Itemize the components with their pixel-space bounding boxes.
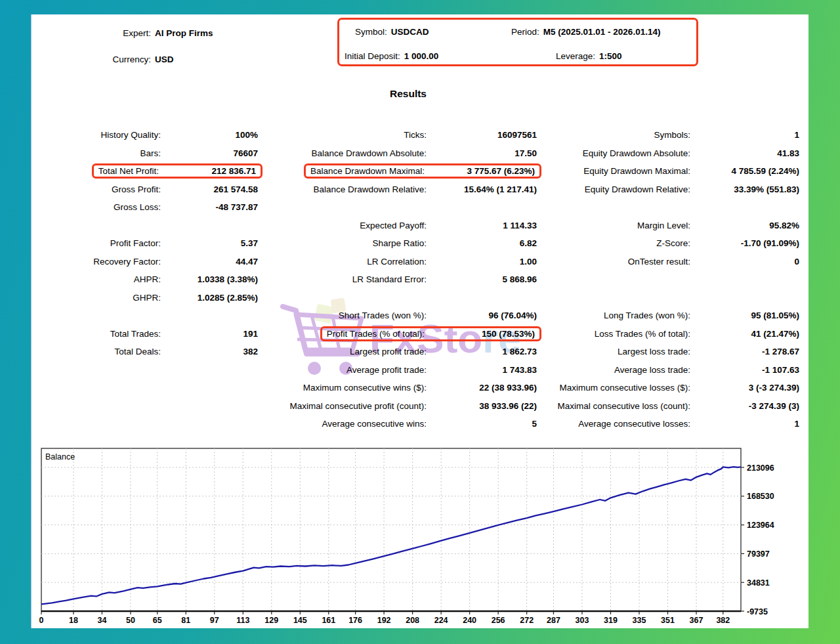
x-axis-label: 176 [348,616,362,625]
x-axis-label: 351 [661,616,675,625]
deposit-pair: Initial Deposit:1 000.00 [345,50,438,62]
stat-row [271,289,537,307]
expert-value: AI Prop Firms [155,28,213,38]
stat-pair: Short Trades (won %):96 (76.04%) [339,311,537,320]
stat-label: Equity Drawdown Relative: [585,184,690,194]
stat-pair: Recovery Factor:44.47 [93,257,258,267]
stat-label: Z-Score: [656,238,690,248]
stat-row: Maximum consecutive wins ($):22 (38 933.… [271,379,537,397]
stat-value: 1 [696,130,799,140]
stat-row: Balance Drawdown Absolute:17.50 [271,144,537,163]
stat-pair: LR Standard Error:5 868.96 [352,274,537,284]
x-axis-label: 208 [406,616,419,625]
x-axis-label: 161 [322,616,335,625]
stat-value: 22 (38 933.96) [432,383,537,393]
stat-value: 95 (81.05%) [696,311,799,320]
x-axis-label: 256 [492,616,505,625]
stat-label: OnTester result: [628,257,690,267]
stat-value: 1 [696,419,799,429]
stat-pair: Profit Factor:5.37 [110,238,258,248]
stat-label: Loss Trades (% of total): [595,329,690,339]
stat-label: Equity Drawdown Absolute: [583,148,690,158]
stat-row: GHPR:1.0285 (2.85%) [58,289,258,307]
stat-row: Total Trades:191 [58,325,258,343]
y-axis-label: 213096 [747,463,774,473]
x-axis-label: 367 [690,616,704,625]
stat-row [271,198,537,217]
stat-row: Largest profit trade:1 862.73 [271,343,537,361]
stat-row: History Quality:100% [58,126,258,144]
leverage-value: 1:500 [599,51,622,61]
x-axis-label: 97 [210,616,219,625]
stat-row: Gross Loss:-48 737.87 [58,198,258,217]
stat-value: 5 868.96 [432,274,537,284]
stat-row: Bars:76607 [58,144,258,163]
stat-value: 1 862.73 [432,347,537,356]
stat-label: Largest loss trade: [618,347,690,356]
stat-label: Balance Drawdown Maximal: [310,166,425,176]
stat-pair: Equity Drawdown Relative:33.39% (551.83) [585,184,799,194]
stat-value: 1.00 [432,257,537,267]
stat-pair: Maximal consecutive loss (count):-3 274.… [557,401,799,411]
stat-pair: Gross Loss:-48 737.87 [114,202,258,212]
stat-value: 261 574.58 [166,184,258,194]
stat-label: History Quality: [100,130,161,140]
stat-pair: Maximal consecutive profit (count):38 93… [289,401,537,411]
stat-row: Symbols:1 [530,126,799,144]
stat-label: Ticks: [404,130,427,140]
stat-label: Average consecutive wins: [322,419,427,429]
report-page: Expert: AI Prop Firms Currency: USD Symb… [31,14,808,628]
expert-label: Expert: [71,28,151,38]
stat-pair: Z-Score:-1.70 (91.09%) [656,238,799,248]
stat-value: 3 775.67 (6.23%) [430,166,535,176]
chart-series-label: Balance [45,452,75,462]
x-axis-label: 272 [520,616,534,625]
period-pair: Period:M5 (2025.01.01 - 2026.01.14) [511,26,660,37]
stat-label: Expected Payoff: [360,221,427,230]
stat-value: -1.70 (91.09%) [696,238,799,248]
highlighted-stat-pair: Total Net Profit:212 836.71 [92,163,262,179]
stat-pair: AHPR:1.0338 (3.38%) [134,274,258,284]
stat-value: 100% [166,130,258,140]
stat-row [530,198,799,217]
x-axis-label: 287 [547,616,560,625]
stat-pair: Ticks:16097561 [404,130,537,140]
stat-row: Equity Drawdown Absolute:41.83 [530,144,799,163]
stat-label: Largest profit trade: [350,347,427,356]
stat-value: -1 107.63 [696,365,799,375]
y-axis-label: 123964 [747,521,774,530]
stat-row: LR Standard Error:5 868.96 [271,270,537,289]
stat-pair: Loss Trades (% of total):41 (21.47%) [595,329,799,339]
balance-chart-svg: 0183450658197113129145161176192208224240… [32,444,809,628]
x-axis-label: 113 [236,616,249,625]
stat-row: Maximum consecutive losses ($):3 (-3 274… [530,379,799,397]
x-axis-label: 335 [633,616,646,625]
stat-label: LR Correlation: [367,257,427,267]
period-value: M5 (2025.01.01 - 2026.01.14) [543,27,661,37]
stat-label: Equity Drawdown Maximal: [583,166,690,176]
stat-row: Gross Profit:261 574.58 [58,181,258,199]
stat-row: Maximal consecutive loss (count):-3 274.… [530,397,799,416]
header-highlight-box: Symbol:USDCAD Period:M5 (2025.01.01 - 20… [337,18,698,66]
stat-value: 38 933.96 (22) [432,401,537,411]
stat-label: Margin Level: [637,221,690,230]
x-axis-label: 129 [264,616,278,625]
symbol-value: USDCAD [391,27,429,37]
stat-row: Z-Score:-1.70 (91.09%) [530,234,799,253]
x-axis-label: 382 [716,616,730,625]
stat-value: 4 785.59 (2.24%) [696,166,799,176]
stat-row [58,217,258,235]
y-axis-label: -9735 [747,607,768,616]
stat-pair: Maximum consecutive wins ($):22 (38 933.… [303,383,537,393]
x-axis-label: 18 [69,616,78,625]
stat-pair: Sharpe Ratio:6.82 [372,238,537,248]
stat-label: Maximal consecutive loss (count): [557,401,690,411]
symbol-pair: Symbol:USDCAD [355,26,429,37]
x-axis-label: 224 [434,616,448,625]
stat-pair: LR Correlation:1.00 [367,257,537,267]
stats-column-right: Symbols:1Equity Drawdown Absolute:41.83E… [530,126,799,433]
x-axis-label: 303 [576,616,589,625]
x-axis-label: 34 [98,616,107,625]
stats-column-middle: Ticks:16097561Balance Drawdown Absolute:… [271,126,537,433]
stat-row: Total Net Profit:212 836.71 [58,162,258,181]
